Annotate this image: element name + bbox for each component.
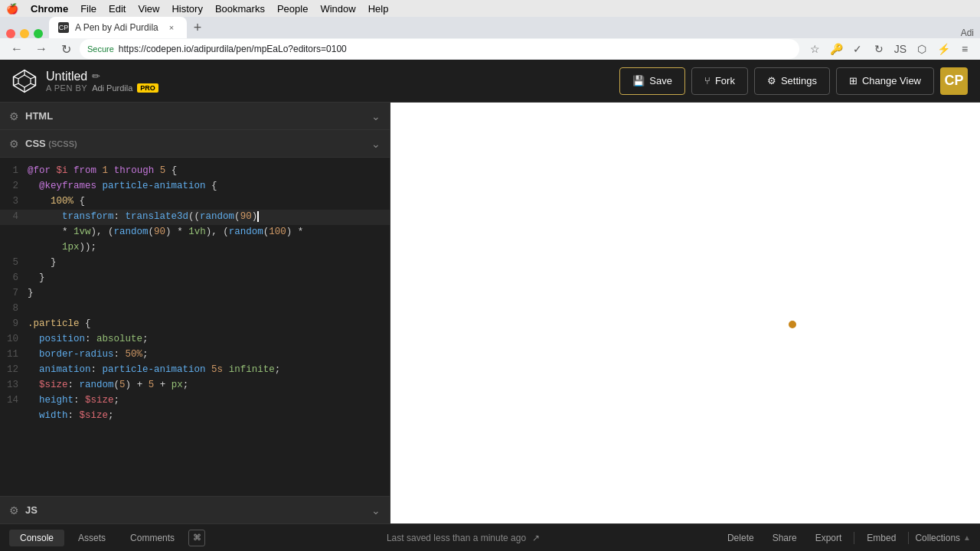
line-content-3: 100% {	[28, 194, 390, 210]
bookmark-star-icon[interactable]: ☆	[805, 40, 824, 58]
line-content-6: }	[28, 271, 390, 286]
line-content-10: position: absolute;	[28, 332, 390, 347]
line-content-14: height: $size;	[28, 393, 390, 409]
menu-view[interactable]: View	[138, 3, 159, 15]
active-browser-tab[interactable]: CP A Pen by Adi Purdila ×	[49, 17, 187, 38]
assets-tab[interactable]: Assets	[67, 530, 116, 546]
back-button[interactable]: ←	[6, 38, 28, 60]
line-num-10: 10	[0, 332, 28, 347]
status-text: Last saved less than a minute ago	[387, 533, 526, 543]
js-panel-header: ⚙ JS ⌄	[0, 496, 390, 523]
codepen-brand-icon[interactable]: CP	[940, 67, 968, 95]
extension-icon-7[interactable]: ≡	[956, 40, 974, 58]
line-content-12: animation: particle-animation 5s infinit…	[28, 363, 390, 378]
embed-button[interactable]: Embed	[861, 530, 902, 546]
save-status: Last saved less than a minute ago ↗	[208, 533, 718, 543]
codepen-logo[interactable]	[12, 69, 37, 93]
author-prefix: A PEN BY	[46, 83, 87, 93]
save-button[interactable]: 💾 Save	[619, 67, 685, 95]
forward-button[interactable]: →	[31, 38, 52, 60]
line-num-14: 14	[0, 393, 28, 409]
svg-line-5	[31, 83, 35, 85]
pen-edit-icon[interactable]: ✏	[92, 70, 100, 82]
line-num-6: 6	[0, 271, 28, 286]
line-num-15	[0, 409, 28, 424]
code-line-7: 7 }	[0, 286, 390, 302]
code-line-4b: * 1vw), (random(90) * 1vh), (random(100)…	[0, 225, 390, 240]
console-tab[interactable]: Console	[9, 530, 64, 546]
code-line-9: 9 .particle {	[0, 317, 390, 332]
close-traffic-light[interactable]	[6, 29, 15, 38]
line-num-3: 3	[0, 194, 28, 210]
extension-icon-1[interactable]: 🔑	[827, 40, 845, 58]
menu-help[interactable]: Help	[368, 3, 389, 15]
external-link-icon[interactable]: ↗	[532, 533, 540, 543]
css-panel-header: ⚙ CSS (SCSS) ⌄	[0, 130, 390, 158]
line-content-4: transform: translate3d((random(90)	[28, 210, 390, 225]
css-code-area[interactable]: 1 @for $i from 1 through 5 { 2 @keyframe…	[0, 158, 390, 496]
css-gear-icon[interactable]: ⚙	[9, 138, 19, 150]
menu-history[interactable]: History	[172, 3, 202, 15]
js-panel-title: JS	[25, 504, 365, 516]
menu-bookmarks[interactable]: Bookmarks	[215, 3, 265, 15]
minimize-traffic-light[interactable]	[20, 29, 29, 38]
line-num-11: 11	[0, 347, 28, 363]
particle-element	[789, 321, 796, 328]
pen-title-text[interactable]: Untitled	[46, 70, 87, 83]
code-line-14: 14 height: $size;	[0, 393, 390, 409]
new-tab-button[interactable]: +	[187, 17, 208, 38]
tab-title: A Pen by Adi Purdila	[75, 22, 158, 33]
fork-label: Fork	[715, 75, 735, 86]
code-line-13: 13 $size: random(5) + 5 + px;	[0, 378, 390, 393]
traffic-lights	[6, 29, 43, 38]
address-bar[interactable]: Secure https://codepen.io/adipurdila/pen…	[80, 39, 799, 59]
menu-window[interactable]: Window	[320, 3, 355, 15]
svg-line-4	[31, 77, 35, 78]
apple-menu[interactable]: 🍎	[6, 3, 18, 15]
pen-title: Untitled ✏	[46, 70, 619, 83]
line-content-13: $size: random(5) + 5 + px;	[28, 378, 390, 393]
maximize-traffic-light[interactable]	[34, 29, 43, 38]
delete-button[interactable]: Delete	[721, 530, 760, 546]
collections-button[interactable]: Collections	[915, 533, 960, 543]
extension-icon-2[interactable]: ✓	[848, 40, 867, 58]
comments-tab[interactable]: Comments	[119, 530, 185, 546]
code-line-12: 12 animation: particle-animation 5s infi…	[0, 363, 390, 378]
refresh-button[interactable]: ↻	[55, 38, 77, 60]
tab-close-button[interactable]: ×	[165, 21, 178, 34]
html-gear-icon[interactable]: ⚙	[9, 110, 19, 122]
menu-file[interactable]: File	[80, 3, 96, 15]
pen-title-area: Untitled ✏ A PEN BY Adi Purdila PRO	[46, 70, 619, 93]
extension-icon-3[interactable]: ↻	[870, 40, 888, 58]
line-content-4c: 1px));	[28, 240, 390, 256]
js-gear-icon[interactable]: ⚙	[9, 504, 19, 517]
menu-people[interactable]: People	[277, 3, 308, 15]
change-view-button[interactable]: ⊞ Change View	[836, 67, 934, 95]
settings-button[interactable]: ⚙ Settings	[754, 67, 830, 95]
fork-button[interactable]: ⑂ Fork	[691, 67, 748, 95]
line-num-8: 8	[0, 302, 28, 317]
author-name[interactable]: Adi Purdila	[92, 83, 132, 93]
svg-marker-1	[18, 75, 31, 87]
share-button[interactable]: Share	[766, 530, 803, 546]
line-content-2: @keyframes particle-animation {	[28, 179, 390, 194]
export-button[interactable]: Export	[809, 530, 848, 546]
change-view-label: Change View	[862, 75, 921, 86]
line-num-9: 9	[0, 317, 28, 332]
css-collapse-icon[interactable]: ⌄	[371, 138, 381, 150]
keyboard-shortcut-icon[interactable]: ⌘	[188, 530, 205, 546]
html-panel-title: HTML	[25, 110, 365, 122]
save-label: Save	[649, 75, 672, 86]
extension-icon-6[interactable]: ⚡	[934, 40, 952, 58]
code-line-8: 8	[0, 302, 390, 317]
menu-edit[interactable]: Edit	[109, 3, 126, 15]
bottom-divider	[854, 532, 854, 544]
js-collapse-icon[interactable]: ⌄	[371, 504, 381, 517]
html-collapse-icon[interactable]: ⌄	[371, 110, 381, 122]
collections-dropdown-icon[interactable]: ▲	[963, 533, 971, 542]
menu-chrome[interactable]: Chrome	[31, 3, 68, 15]
extension-icon-4[interactable]: JS	[891, 40, 910, 58]
save-icon: 💾	[632, 75, 645, 86]
line-num-2: 2	[0, 179, 28, 194]
extension-icon-5[interactable]: ⬡	[913, 40, 931, 58]
